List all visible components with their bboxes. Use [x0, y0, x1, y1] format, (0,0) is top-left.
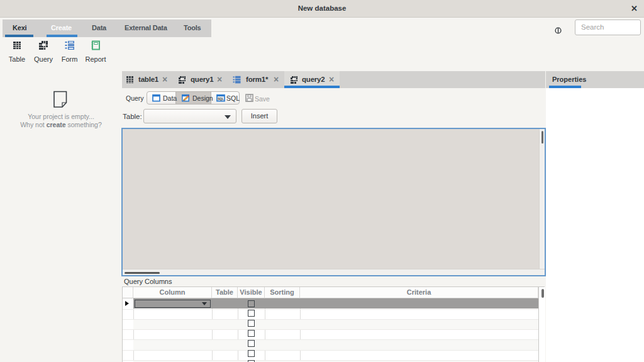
svg-text:SQL: SQL: [218, 98, 224, 101]
